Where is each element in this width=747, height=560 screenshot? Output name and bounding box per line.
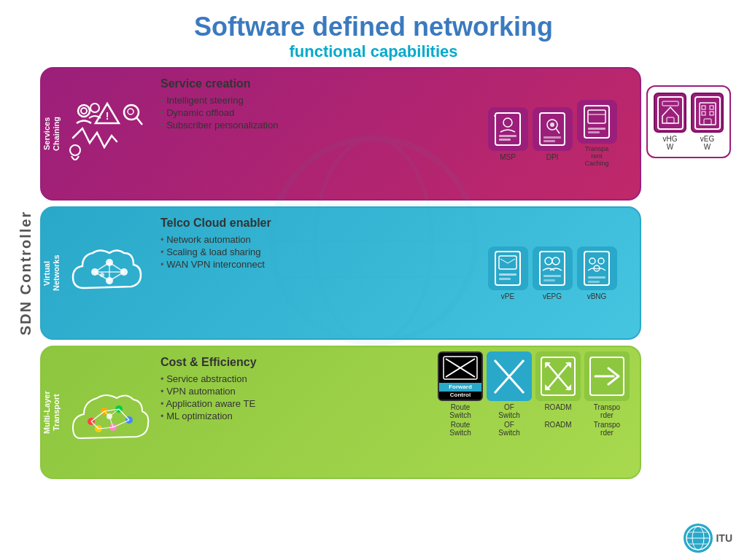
svg-text:!: ! (106, 110, 109, 122)
vbng-box (577, 246, 617, 290)
svg-rect-47 (588, 276, 605, 279)
svg-line-58 (119, 409, 129, 420)
transport-content: Cost & Efficiency Service abstraction VP… (157, 347, 436, 478)
svg-line-29 (109, 262, 124, 272)
svg-rect-87 (704, 119, 711, 125)
svg-point-6 (128, 109, 133, 114)
msp-label: MSP (500, 153, 516, 161)
virtual-content: Telco Cloud enabler Network automation S… (157, 208, 465, 338)
svg-rect-35 (499, 256, 516, 269)
route-switch-box: Forward Control (438, 351, 483, 401)
msp-box (488, 107, 528, 151)
transport-layer: Multi-LayerTransport (40, 346, 641, 479)
transport-title: Cost & Efficiency (160, 356, 430, 369)
vbng-device: vBNG (577, 246, 617, 300)
of-switch-bottom: OFSwitch (487, 421, 532, 437)
svg-rect-84 (710, 106, 713, 109)
virtual-label: VirtualNetworks (42, 208, 62, 338)
virtual-devices: vPE (465, 208, 640, 338)
svg-point-0 (78, 105, 90, 117)
virtual-icon-area (62, 208, 157, 338)
svg-line-31 (109, 272, 124, 281)
svg-rect-16 (543, 136, 561, 139)
tc-box (577, 100, 617, 144)
route-switch-label: RouteSwitch (449, 403, 471, 419)
services-devices: MSP (465, 69, 640, 199)
cloud-network-icon (69, 237, 150, 310)
svg-rect-21 (588, 128, 605, 130)
transport-bullet-1: Service abstraction (160, 373, 430, 385)
forward-label: Forward (439, 383, 481, 392)
xc-label: Transporder (594, 403, 620, 419)
page-title: Software defined networking (15, 11, 732, 42)
sdn-controller-label: SDN Controller (15, 67, 36, 479)
vbng-label: vBNG (587, 292, 607, 300)
route-switch-bottom: RouteSwitch (438, 421, 483, 437)
transport-icon-area (62, 347, 157, 478)
vpe-label: vPE (501, 292, 514, 300)
virtual-bullets: Network automation Scaling & load sharin… (160, 233, 459, 271)
transport-bullet-4: ML optimization (160, 410, 430, 422)
vegw-label: vEGW (700, 135, 714, 151)
svg-rect-48 (588, 281, 600, 283)
vpe-box (488, 246, 528, 290)
svg-rect-11 (499, 139, 511, 141)
services-label: ServicesChaining (42, 69, 62, 199)
services-layer: ServicesChaining ! (40, 67, 641, 201)
msp-device: MSP (488, 107, 528, 161)
svg-line-56 (91, 411, 104, 421)
svg-rect-10 (499, 135, 516, 137)
transport-devices-area: Forward Control RouteSwitch (436, 347, 640, 478)
svg-rect-83 (702, 106, 705, 109)
itu-logo-area: ITU (684, 524, 732, 553)
svg-rect-78 (658, 97, 683, 129)
svg-point-45 (598, 258, 604, 264)
transport-bullets: Service abstraction VPN automation Appli… (160, 373, 430, 422)
svg-rect-86 (710, 112, 713, 115)
vhgw-label: vHGW (663, 135, 678, 151)
vepg-device: vEPG (533, 246, 573, 300)
services-bullet-2: Dynamic offload (160, 106, 459, 119)
page: Software defined networking functional c… (0, 0, 747, 560)
vpe-device: vPE (488, 246, 528, 300)
svg-rect-22 (588, 131, 600, 133)
virtual-bullet-1: Network automation (160, 233, 459, 246)
main-area: SDN Controller ServicesChaining (15, 67, 732, 479)
roadm-bottom: ROADM (535, 421, 581, 437)
layers-container: ServicesChaining ! (36, 67, 645, 479)
transport-network-icon (69, 369, 150, 456)
svg-point-14 (550, 122, 554, 127)
virtual-layer: VirtualNetworks (40, 206, 641, 340)
svg-rect-43 (584, 252, 609, 285)
svg-point-9 (503, 118, 512, 127)
svg-line-28 (95, 262, 109, 272)
svg-rect-36 (499, 273, 516, 276)
services-icon-area: ! (62, 69, 157, 199)
xc-device: Transporder (584, 351, 630, 419)
vegw-device: vEGW (691, 93, 724, 151)
svg-point-1 (81, 108, 87, 114)
vhgw-box (654, 93, 686, 133)
dpi-device: DPI (533, 107, 573, 161)
svg-point-40 (552, 257, 560, 265)
vhgw-device: vHGW (654, 93, 686, 151)
vepg-box (533, 246, 573, 290)
svg-line-5 (136, 117, 142, 125)
transport-label: Multi-LayerTransport (42, 347, 62, 478)
svg-rect-19 (588, 110, 605, 123)
services-bullets: Intelligent steering Dynamic offload Sub… (160, 94, 459, 131)
services-content: Service creation Intelligent steering Dy… (157, 69, 465, 199)
of-switch-box (487, 351, 532, 401)
route-switch-device: Forward Control RouteSwitch (438, 351, 483, 419)
svg-line-59 (113, 420, 129, 427)
roadm-box (535, 351, 581, 401)
svg-line-15 (556, 128, 560, 133)
vegw-box (691, 93, 724, 133)
roadm-device: ROADM (535, 351, 581, 411)
svg-point-7 (70, 145, 80, 155)
transport-bottom-labels: RouteSwitch OFSwitch ROADM Transporder (438, 421, 638, 437)
svg-point-39 (545, 257, 552, 265)
svg-point-2 (90, 104, 99, 112)
itu-text: ITU (716, 532, 732, 544)
xc-box (584, 351, 630, 401)
